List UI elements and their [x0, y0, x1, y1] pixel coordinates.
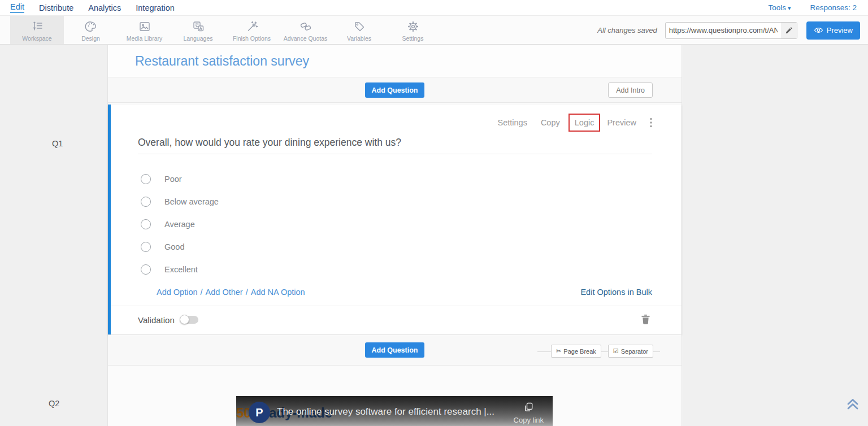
settings-gear-icon	[406, 20, 420, 33]
option-label[interactable]: Good	[164, 242, 184, 251]
toolbar-item-languages[interactable]: Languages	[171, 16, 225, 44]
question-settings-button[interactable]: Settings	[497, 118, 527, 127]
copy-link-label: Copy link	[514, 416, 544, 424]
responses-link[interactable]: Responses: 2	[810, 3, 857, 12]
add-question-row-bottom: Add Question ✂ Page Break ☑ Separator	[108, 335, 682, 366]
option-row: Average	[111, 213, 682, 236]
scroll-to-top-button[interactable]	[845, 397, 861, 414]
question1-id: Q1	[52, 139, 63, 148]
toolbar-item-label: Design	[81, 35, 100, 42]
tab-edit[interactable]: Edit	[10, 2, 24, 13]
save-status: All changes saved	[597, 26, 657, 34]
question-logic-button[interactable]: Logic	[568, 114, 601, 132]
question2-area: 50 ady-made P The online survey software…	[108, 366, 682, 426]
languages-translate-icon	[192, 20, 205, 33]
option-label[interactable]: Below average	[164, 197, 219, 206]
toolbar-item-label: Languages	[184, 35, 213, 42]
advance-quotas-link-icon	[299, 20, 313, 33]
workspace-icon	[31, 20, 44, 33]
toolbar-item-workspace[interactable]: Workspace	[10, 16, 64, 44]
toolbar-item-advance-quotas[interactable]: Advance Quotas	[279, 16, 332, 44]
delete-question-button[interactable]	[641, 314, 650, 327]
tab-integration[interactable]: Integration	[136, 3, 175, 12]
kebab-menu-icon	[650, 118, 652, 128]
separator-label: Separator	[621, 348, 648, 355]
radio-icon[interactable]	[141, 242, 151, 252]
survey-workspace: Q1 Q2 Restaurant satisfaction survey Add…	[0, 45, 868, 426]
copy-link-button[interactable]: Copy link	[514, 402, 544, 424]
toolbar-item-label: Workspace	[22, 35, 51, 42]
option-links-row: Add Option/Add Other/Add NA Option Edit …	[111, 281, 682, 297]
toolbar-item-settings[interactable]: Settings	[386, 16, 440, 44]
radio-icon[interactable]	[141, 264, 151, 275]
double-chevron-up-icon	[845, 397, 861, 411]
question2-video-embed[interactable]: 50 ady-made P The online survey software…	[236, 396, 553, 426]
tab-analytics[interactable]: Analytics	[88, 3, 121, 12]
page-break-label: Page Break	[563, 348, 596, 355]
add-other-link[interactable]: Add Other	[206, 288, 243, 297]
add-question-button-top[interactable]: Add Question	[365, 82, 425, 98]
finish-options-wand-icon	[245, 20, 259, 33]
preview-label: Preview	[827, 26, 853, 34]
option-row: Excellent	[111, 258, 682, 281]
question1-card: Settings Copy Logic Preview Overall, how…	[108, 105, 682, 334]
toolbar-item-label: Media Library	[127, 35, 163, 42]
toolbar-item-design[interactable]: Design	[64, 16, 118, 44]
option-row: Good	[111, 236, 682, 258]
option-row: Poor	[111, 168, 682, 190]
add-question-button-bottom[interactable]: Add Question	[365, 342, 425, 358]
radio-icon[interactable]	[141, 219, 151, 229]
radio-icon[interactable]	[141, 174, 151, 184]
questionpro-logo[interactable]: P	[249, 402, 270, 423]
top-nav: Edit Distribute Analytics Integration To…	[0, 0, 868, 16]
option-label[interactable]: Poor	[164, 175, 182, 184]
variables-tag-icon	[353, 20, 366, 33]
add-question-row-top: Add Question Add Intro	[108, 77, 682, 103]
option-label[interactable]: Average	[164, 220, 195, 229]
toolbar-item-media-library[interactable]: Media Library	[118, 16, 171, 44]
media-library-icon	[138, 20, 151, 33]
radio-icon[interactable]	[141, 197, 151, 207]
toolbar-item-variables[interactable]: Variables	[332, 16, 386, 44]
toolbar-item-finish-options[interactable]: Finish Options	[225, 16, 279, 44]
survey-title-section: Restaurant satisfaction survey	[108, 45, 682, 77]
question1-actions: Settings Copy Logic Preview	[484, 114, 652, 132]
tools-label: Tools	[768, 3, 786, 12]
separator-button[interactable]: ☑ Separator	[608, 345, 653, 358]
survey-url-input[interactable]	[666, 26, 781, 34]
page-break-button[interactable]: ✂ Page Break	[551, 345, 601, 358]
top-nav-tabs: Edit Distribute Analytics Integration	[0, 2, 189, 13]
survey-title[interactable]: Restaurant satisfaction survey	[108, 54, 309, 69]
pencil-icon	[785, 27, 793, 34]
chevron-down-icon: ▾	[788, 5, 791, 11]
survey-url-box	[665, 22, 797, 39]
toggle-knob	[180, 315, 189, 324]
add-option-links: Add Option/Add Other/Add NA Option	[157, 288, 305, 297]
tab-distribute[interactable]: Distribute	[39, 3, 73, 12]
preview-button[interactable]: Preview	[806, 21, 860, 40]
separator-slash: /	[246, 288, 248, 297]
separator-slash: /	[201, 288, 203, 297]
question2-id: Q2	[49, 399, 59, 408]
edit-url-button[interactable]	[781, 23, 797, 38]
question-preview-button[interactable]: Preview	[607, 118, 636, 127]
checkbox-checked-icon: ☑	[613, 347, 619, 355]
design-palette-icon	[84, 20, 98, 33]
option-label[interactable]: Excellent	[164, 265, 198, 274]
question1-options: Poor Below average Average Good Excellen…	[111, 168, 682, 281]
tools-menu[interactable]: Tools▾	[768, 3, 791, 12]
validation-row: Validation	[111, 306, 682, 333]
toolbar-item-label: Finish Options	[233, 35, 271, 42]
question1-text-underline	[138, 154, 652, 154]
toolbar-right: All changes saved Preview	[597, 16, 860, 45]
toolbar-item-label: Settings	[402, 35, 424, 42]
edit-options-in-bulk-link[interactable]: Edit Options in Bulk	[580, 288, 652, 297]
question-more-menu[interactable]	[650, 118, 652, 128]
add-na-option-link[interactable]: Add NA Option	[251, 288, 305, 297]
question-copy-button[interactable]: Copy	[541, 118, 560, 127]
editor-toolbar: Workspace Design Media Library Languages…	[0, 16, 868, 45]
validation-toggle[interactable]	[181, 316, 198, 324]
add-intro-button[interactable]: Add Intro	[608, 82, 653, 98]
video-title[interactable]: The online survey software for efficient…	[277, 406, 494, 418]
add-option-link[interactable]: Add Option	[157, 288, 198, 297]
